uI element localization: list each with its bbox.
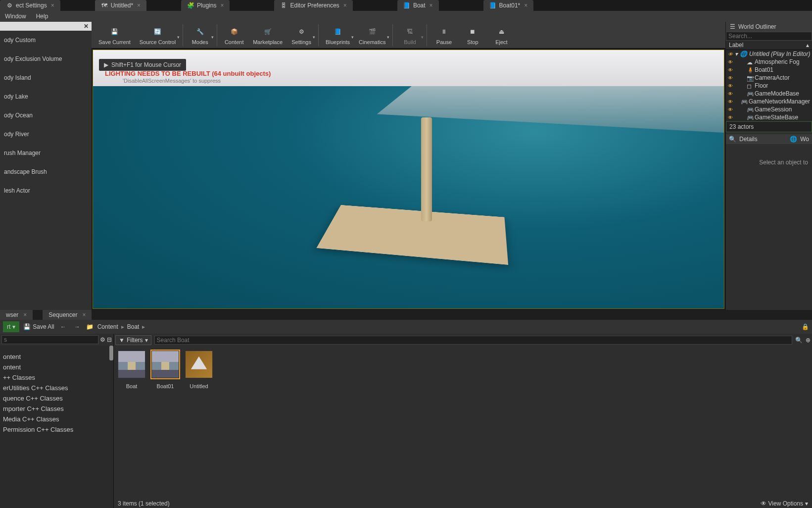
mode-item[interactable]: andscape Brush <box>0 162 92 181</box>
breadcrumb-segment[interactable]: Boat <box>127 323 140 330</box>
outliner-row[interactable]: 👁📷CameraActor <box>726 74 812 82</box>
mode-item[interactable]: ody Exclusion Volume <box>0 50 92 68</box>
bottom-tab-sequencer[interactable]: Sequencer× <box>43 310 92 320</box>
sources-scrollbar[interactable] <box>109 346 113 360</box>
top-tab[interactable]: 📘Boat× <box>397 0 439 11</box>
blueprints-button[interactable]: 📘Blueprints <box>322 24 354 46</box>
modes-button[interactable]: 🔧Modes <box>186 24 214 46</box>
bottom-tab-wser[interactable]: wser× <box>0 310 33 320</box>
outliner-row[interactable]: 👁🎮GameStateBase <box>726 113 812 121</box>
outliner-world-row[interactable]: 👁▾🌐Untitled (Play In Editor) <box>726 50 812 58</box>
search-icon[interactable]: 🔍 <box>795 337 803 344</box>
add-new-button[interactable]: rt ▾ <box>3 321 19 332</box>
outliner-search-input[interactable] <box>726 32 812 41</box>
cinematics-button[interactable]: 🎬Cinematics <box>355 24 389 46</box>
filters-button[interactable]: ▼ Filters ▾ <box>115 335 151 345</box>
mode-item[interactable]: ody Lake <box>0 87 92 106</box>
outliner-column-header[interactable]: Label ▴ <box>726 41 812 50</box>
folder-icon[interactable]: 📁 <box>86 323 94 330</box>
top-tab[interactable]: 🎛Editor Preferences× <box>274 0 352 11</box>
nav-back-button[interactable]: ← <box>58 323 68 330</box>
top-tab[interactable]: 🗺Untitled*× <box>95 0 146 11</box>
visibility-icon[interactable]: 👁 <box>728 67 734 73</box>
breadcrumb-segment[interactable]: Content <box>97 323 118 330</box>
details-tab[interactable]: 🔍 Details 🌐 Wo <box>726 134 812 144</box>
stop-button[interactable]: ⏹Stop <box>459 24 486 46</box>
outliner-row[interactable]: 👁◻Floor <box>726 82 812 90</box>
chevron-down-icon[interactable]: ▾ <box>735 51 738 57</box>
content-button[interactable]: 📦Content <box>220 24 248 46</box>
mode-item[interactable]: ody Custom <box>0 31 92 50</box>
outliner-row[interactable]: 👁🎮GameSession <box>726 105 812 113</box>
top-tab[interactable]: 🧩Plugins× <box>181 0 230 11</box>
save-current-button[interactable]: 💾Save Current <box>95 24 135 46</box>
visibility-icon[interactable]: 👁 <box>728 59 734 65</box>
top-tab[interactable]: ⚙ect Settings× <box>0 0 60 11</box>
outliner-row[interactable]: 👁🎮GameNetworkManager <box>726 98 812 105</box>
source-folder[interactable]: Media C++ Classes <box>0 414 113 424</box>
menu-window[interactable]: Window <box>0 13 31 20</box>
tool-label: Marketplace <box>253 39 283 45</box>
mode-panel: ✕ ody Customody Exclusion Volumeody Isla… <box>0 22 92 310</box>
source-folder[interactable]: Permission C++ Classes <box>0 424 113 435</box>
close-tab-icon[interactable]: × <box>51 2 54 9</box>
asset-tile[interactable]: Boat01 <box>151 351 179 389</box>
details-empty-message: Select an object to <box>726 144 812 181</box>
level-icon: 🗺 <box>101 2 108 9</box>
visibility-icon[interactable]: 👁 <box>728 51 733 57</box>
source-folder[interactable]: erUtilities C++ Classes <box>0 383 113 393</box>
visibility-icon[interactable]: 👁 <box>728 115 734 120</box>
visibility-icon[interactable]: 👁 <box>728 83 734 89</box>
close-tab-icon[interactable]: × <box>343 2 347 9</box>
visibility-icon[interactable]: 👁 <box>728 91 734 97</box>
mode-item[interactable]: ody River <box>0 125 92 144</box>
outliner-row[interactable]: 👁🎮GameModeBase <box>726 90 812 98</box>
asset-tile[interactable]: Boat <box>118 351 145 389</box>
mode-item[interactable]: rush Manager <box>0 144 92 162</box>
source-folder[interactable]: ++ Classes <box>0 372 113 383</box>
close-tab-icon[interactable]: × <box>137 2 141 9</box>
pause-button[interactable]: ⏸Pause <box>430 24 458 46</box>
outliner-row[interactable]: 👁🧍Boat01 <box>726 66 812 74</box>
view-options-button[interactable]: 👁 View Options ▾ <box>761 500 808 507</box>
close-tab-icon[interactable]: × <box>430 2 433 9</box>
collapse-icon[interactable]: ⊟ <box>107 336 112 343</box>
visibility-icon[interactable]: 👁 <box>728 75 734 81</box>
top-tab[interactable]: 📘Boat01*× <box>483 0 534 11</box>
source-folder[interactable]: ontent <box>0 352 113 362</box>
marketplace-button[interactable]: 🛒Marketplace <box>249 24 287 46</box>
asset-status-text: 3 items (1 selected) <box>118 500 170 507</box>
mode-item[interactable]: ody Island <box>0 68 92 87</box>
close-tab-icon[interactable]: × <box>220 2 224 9</box>
menu-help[interactable]: Help <box>31 13 53 20</box>
asset-tile[interactable]: Untitled <box>185 351 213 389</box>
save-search-icon[interactable]: ⊕ <box>806 337 811 344</box>
gm-icon: 🎮 <box>741 99 747 104</box>
source-control-button[interactable]: 🔄Source Control <box>136 24 180 46</box>
viewport[interactable]: ▶ Shift+F1 for Mouse Cursor LIGHTING NEE… <box>93 50 724 309</box>
source-folder[interactable]: mporter C++ Classes <box>0 404 113 414</box>
asset-search-input[interactable] <box>154 336 792 345</box>
close-tab-icon[interactable]: × <box>524 2 527 9</box>
world-outliner-tab[interactable]: ☰ World Outliner <box>726 22 812 32</box>
source-folder[interactable]: ontent <box>0 362 113 372</box>
outliner-row[interactable]: 👁☁Atmospheric Fog <box>726 58 812 66</box>
eject-button[interactable]: ⏏Eject <box>487 24 515 46</box>
settings-button[interactable]: ⚙Settings <box>287 24 315 46</box>
prefs-icon: 🎛 <box>280 2 287 9</box>
lock-icon[interactable]: 🔒 <box>802 323 809 330</box>
mode-item[interactable]: lesh Actor <box>0 181 92 200</box>
save-all-button[interactable]: 💾 Save All <box>23 323 54 330</box>
visibility-icon[interactable]: 👁 <box>728 99 733 104</box>
nav-forward-button[interactable]: → <box>72 323 82 330</box>
globe-icon: 🌐 <box>790 136 797 143</box>
mode-item[interactable]: ody Ocean <box>0 106 92 125</box>
source-folder[interactable]: quence C++ Classes <box>0 393 113 404</box>
visibility-icon[interactable]: 👁 <box>728 107 734 112</box>
filter-icon[interactable]: ⚙ <box>100 336 105 343</box>
sources-search-input[interactable] <box>1 335 98 344</box>
chevron-down-icon: ▾ <box>145 337 148 344</box>
close-tab-icon[interactable]: × <box>82 311 86 318</box>
close-tab-icon[interactable]: × <box>23 311 27 318</box>
close-icon[interactable]: ✕ <box>81 23 92 30</box>
